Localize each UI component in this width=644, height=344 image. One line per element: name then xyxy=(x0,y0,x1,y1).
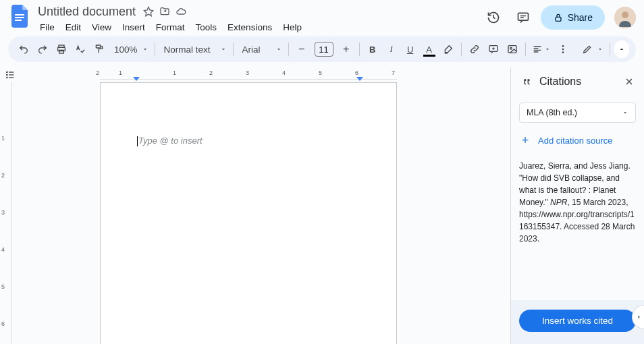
svg-point-17 xyxy=(7,71,7,72)
menu-edit[interactable]: Edit xyxy=(61,21,86,34)
menu-format[interactable]: Format xyxy=(151,21,190,34)
menu-bar: File Edit View Insert Format Tools Exten… xyxy=(35,19,481,35)
add-comment-button[interactable] xyxy=(485,40,502,58)
header-actions: Share xyxy=(481,4,636,31)
menu-file[interactable]: File xyxy=(35,21,59,34)
svg-rect-12 xyxy=(508,46,516,53)
share-button[interactable]: Share xyxy=(541,5,605,30)
svg-rect-3 xyxy=(518,13,528,20)
separator xyxy=(155,42,155,56)
toolbar-container: 100% Normal text Arial − 11 + B I U A xyxy=(0,36,644,67)
italic-button[interactable]: I xyxy=(383,40,400,58)
separator xyxy=(233,42,234,56)
insert-placeholder: Type @ to insert xyxy=(137,136,203,146)
svg-rect-1 xyxy=(15,17,24,18)
separator xyxy=(525,42,526,56)
editing-mode-button[interactable] xyxy=(580,40,606,58)
right-indent-marker[interactable] xyxy=(356,77,363,81)
title-area: Untitled document File Edit View Insert … xyxy=(35,4,481,35)
quote-icon xyxy=(520,76,533,88)
user-avatar[interactable] xyxy=(614,7,636,28)
toolbar: 100% Normal text Arial − 11 + B I U A xyxy=(8,36,636,62)
svg-point-6 xyxy=(622,11,628,18)
redo-button[interactable] xyxy=(34,40,51,58)
main-area: 1 2 3 4 5 6 2 1 1 2 3 4 5 6 7 Type @ to … xyxy=(0,67,644,344)
lock-icon xyxy=(553,12,564,23)
citations-title: Citations xyxy=(539,76,581,88)
citation-style-select[interactable]: MLA (8th ed.) xyxy=(519,103,636,123)
citation-entry[interactable]: Juarez, Sierra, and Jess Jiang. "How did… xyxy=(519,160,636,245)
decrease-font-button[interactable]: − xyxy=(293,40,311,58)
citation-text-em: NPR xyxy=(550,198,567,207)
history-icon[interactable] xyxy=(481,5,506,30)
paint-format-button[interactable] xyxy=(90,40,108,58)
horizontal-ruler: 2 1 1 2 3 4 5 6 7 xyxy=(19,67,510,82)
spellcheck-button[interactable] xyxy=(72,40,89,58)
comments-icon[interactable] xyxy=(511,5,535,30)
vertical-ruler: 1 2 3 4 5 6 xyxy=(0,67,19,344)
citations-panel: Citations MLA (8th ed.) + Add citation s… xyxy=(510,67,644,344)
svg-point-14 xyxy=(562,45,564,47)
menu-insert[interactable]: Insert xyxy=(117,21,150,34)
svg-point-19 xyxy=(7,77,7,78)
collapse-toolbar-button[interactable] xyxy=(614,40,629,58)
bold-button[interactable]: B xyxy=(364,40,381,58)
app-header: Untitled document File Edit View Insert … xyxy=(0,0,644,36)
font-size-input[interactable]: 11 xyxy=(315,42,333,57)
separator xyxy=(359,42,360,56)
close-icon[interactable] xyxy=(624,76,635,87)
separator xyxy=(288,42,289,56)
menu-view[interactable]: View xyxy=(87,21,116,34)
plus-icon: + xyxy=(519,134,531,148)
svg-rect-2 xyxy=(15,20,22,21)
print-button[interactable] xyxy=(53,40,70,58)
paragraph-style-select[interactable]: Normal text xyxy=(159,40,229,58)
svg-point-13 xyxy=(510,47,512,49)
insert-link-button[interactable] xyxy=(466,40,483,58)
insert-works-cited-button[interactable]: Insert works cited xyxy=(519,310,636,332)
underline-button[interactable]: U xyxy=(402,40,419,58)
zoom-select[interactable]: 100% xyxy=(109,40,151,58)
share-label: Share xyxy=(568,12,593,23)
document-page[interactable]: Type @ to insert xyxy=(100,82,397,344)
more-button[interactable] xyxy=(554,40,572,58)
font-select[interactable]: Arial xyxy=(238,40,284,58)
move-folder-icon[interactable] xyxy=(159,5,171,18)
chevron-left-icon xyxy=(635,314,642,320)
highlight-color-button[interactable] xyxy=(439,40,457,58)
svg-rect-0 xyxy=(15,14,24,16)
svg-rect-10 xyxy=(96,45,101,48)
citations-header: Citations xyxy=(511,67,644,96)
text-color-button[interactable]: A xyxy=(421,40,438,58)
menu-tools[interactable]: Tools xyxy=(191,21,222,34)
separator xyxy=(610,42,610,56)
cloud-status-icon[interactable] xyxy=(175,5,187,18)
svg-point-15 xyxy=(562,49,564,51)
insert-image-button[interactable] xyxy=(504,40,521,58)
svg-point-18 xyxy=(7,74,7,75)
menu-extensions[interactable]: Extensions xyxy=(223,21,277,34)
chevron-down-icon xyxy=(622,109,628,116)
undo-button[interactable] xyxy=(15,40,32,58)
svg-point-16 xyxy=(562,51,564,53)
citation-style-value: MLA (8th ed.) xyxy=(527,108,577,117)
separator xyxy=(461,42,462,56)
svg-rect-4 xyxy=(556,17,561,21)
docs-logo-icon[interactable] xyxy=(8,4,32,28)
document-title[interactable]: Untitled document xyxy=(35,5,138,19)
increase-font-button[interactable]: + xyxy=(338,40,355,58)
star-icon[interactable] xyxy=(142,5,155,18)
citations-footer: Insert works cited xyxy=(511,300,644,344)
outline-toggle-icon[interactable] xyxy=(3,67,18,82)
left-indent-marker[interactable] xyxy=(133,77,140,81)
menu-help[interactable]: Help xyxy=(278,21,306,34)
document-area: 2 1 1 2 3 4 5 6 7 Type @ to insert xyxy=(19,67,510,344)
add-citation-label: Add citation source xyxy=(538,136,613,146)
align-button[interactable] xyxy=(530,40,553,58)
add-citation-source-button[interactable]: + Add citation source xyxy=(519,132,636,149)
